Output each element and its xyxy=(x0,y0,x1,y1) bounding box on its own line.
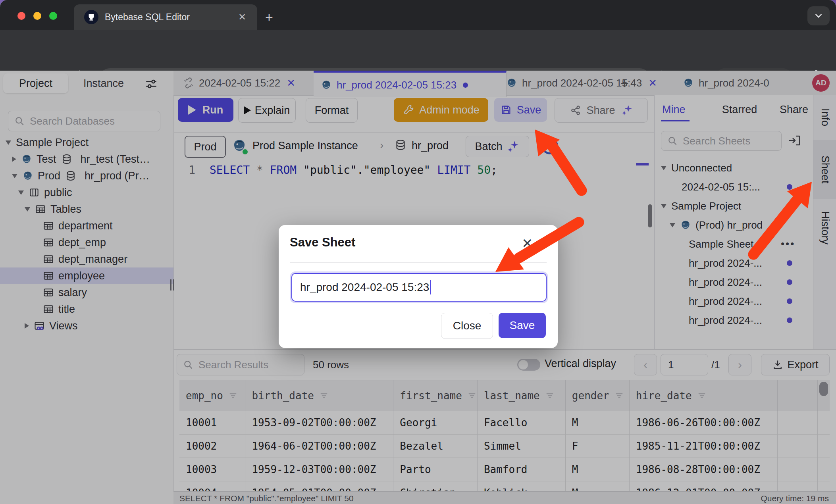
close-icon[interactable]: ✕ xyxy=(522,235,533,251)
divider xyxy=(290,262,547,263)
window-close-button[interactable] xyxy=(17,12,25,20)
dialog-close-button[interactable]: Close xyxy=(441,313,493,339)
sheet-name-input[interactable]: hr_prod 2024-02-05 15:23 xyxy=(291,273,547,302)
browser-tab-close-icon[interactable]: ✕ xyxy=(238,12,246,23)
browser-chrome: Bytebase SQL Editor ✕ + localhost:8080/s… xyxy=(0,0,836,71)
window-zoom-button[interactable] xyxy=(49,12,57,20)
tab-search-button[interactable] xyxy=(807,6,830,25)
screen: Bytebase SQL Editor ✕ + localhost:8080/s… xyxy=(0,0,836,504)
text-caret xyxy=(430,280,431,294)
browser-window: Bytebase SQL Editor ✕ + localhost:8080/s… xyxy=(0,0,836,504)
window-minimize-button[interactable] xyxy=(33,12,41,20)
new-tab-button[interactable]: + xyxy=(265,10,273,24)
save-sheet-dialog: Save Sheet ✕ hr_prod 2024-02-05 15:23 Cl… xyxy=(279,225,558,348)
browser-tab-title: Bytebase SQL Editor xyxy=(105,12,190,23)
sheet-name-value: hr_prod 2024-02-05 15:23 xyxy=(300,281,429,294)
bytebase-favicon xyxy=(84,10,98,24)
browser-navbar: localhost:8080/sql-editor/prod-sample-in… xyxy=(0,30,836,71)
dialog-title: Save Sheet xyxy=(290,235,355,250)
browser-tab[interactable]: Bytebase SQL Editor ✕ xyxy=(74,4,257,30)
dialog-save-button[interactable]: Save xyxy=(499,313,546,338)
